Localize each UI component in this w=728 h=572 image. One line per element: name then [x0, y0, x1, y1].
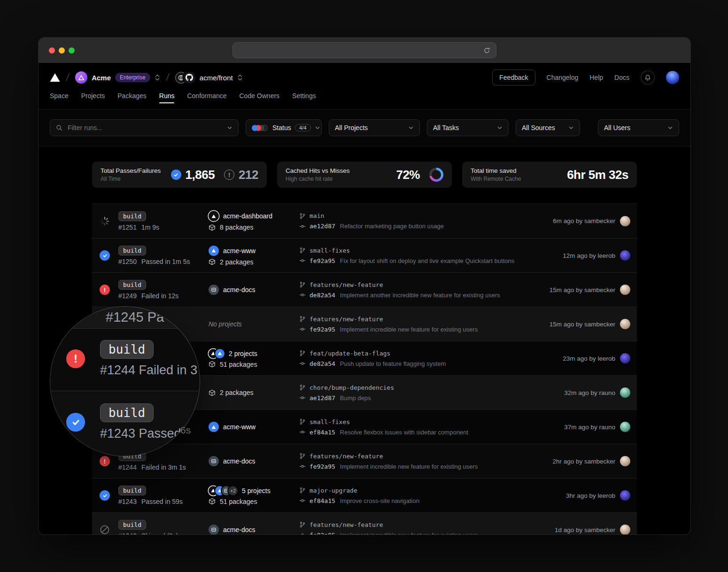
meta-cell: 2hr ago by sambecker: [552, 456, 630, 466]
traffic-lights: [49, 47, 75, 54]
run-row[interactable]: build#12511m 9sacme-dashboard8 packagesm…: [92, 204, 637, 238]
minimize-window-button[interactable]: [59, 47, 65, 54]
tab-settings[interactable]: Settings: [292, 92, 316, 105]
branch-line: small-fixes: [299, 247, 563, 254]
git-branch-icon: [299, 487, 306, 494]
tab-runs[interactable]: Runs: [159, 92, 175, 105]
git-branch-icon: [299, 316, 306, 322]
project-cell: acme-www: [209, 422, 299, 432]
close-window-button[interactable]: [49, 47, 55, 54]
address-bar[interactable]: [232, 42, 496, 58]
tab-space[interactable]: Space: [50, 92, 69, 105]
vercel-logo-icon[interactable]: [50, 73, 60, 82]
author-avatar: [620, 353, 630, 363]
filter-runs-search[interactable]: [50, 119, 239, 136]
chevron-selector-icon[interactable]: [237, 74, 243, 81]
branch-line: features/new-feature: [299, 521, 555, 528]
run-status-cell: [100, 525, 118, 534]
acme-docs-project-icon: [209, 525, 219, 534]
commit-hash: ae12d87: [310, 394, 335, 402]
git-branch-icon: [299, 213, 306, 219]
author-avatar: [620, 216, 630, 226]
project-name: acme-www: [223, 423, 256, 431]
meta-cell: 32m ago by rauno: [564, 387, 630, 398]
search-input[interactable]: [67, 124, 223, 132]
reload-icon[interactable]: [483, 47, 490, 54]
plan-badge: Enterprise: [115, 73, 150, 82]
branch-name: small-fixes: [310, 418, 350, 425]
packages-count: 2 packages: [220, 389, 254, 396]
commit-hash: fe92a95: [310, 532, 335, 535]
changelog-link[interactable]: Changelog: [547, 74, 579, 81]
zoom-window-button[interactable]: [69, 47, 75, 54]
git-cell: small-fixesfe92a95Fix for layout shift o…: [299, 247, 563, 264]
passed-check-icon: [171, 170, 181, 180]
tab-packages[interactable]: Packages: [117, 92, 146, 105]
run-meta-text: 23m ago by leerob: [563, 355, 615, 362]
passed-status-icon: [100, 490, 110, 501]
meta-cell: 3hr ago by leerob: [566, 490, 630, 501]
run-row[interactable]: !build#1249Failed in 12sacme-docsfeature…: [92, 272, 637, 307]
git-branch-icon: [299, 247, 306, 254]
branch-line: small-fixes: [299, 418, 564, 425]
project-name: acme-docs: [223, 457, 255, 465]
tab-projects[interactable]: Projects: [81, 92, 105, 105]
header-breadcrumb: / Acme Enterprise /: [50, 71, 243, 84]
chevron-selector-icon[interactable]: [155, 74, 160, 81]
failure-exclamation-icon: !: [224, 170, 234, 180]
project-line: acme-docs: [209, 285, 299, 295]
project-line: acme-www: [209, 246, 299, 256]
project-cell: acme-docs: [209, 285, 299, 295]
branch-line: features/new-feature: [299, 281, 550, 288]
extra-projects-badge: +2: [228, 486, 238, 495]
users-filter-dropdown[interactable]: All Users: [598, 119, 679, 136]
run-status-cell: [100, 216, 118, 226]
sources-filter-label: All Sources: [522, 124, 555, 131]
project-line: acme-dashboard: [209, 211, 299, 221]
commit-message: Refactor marketing page button usage: [340, 223, 444, 230]
run-row[interactable]: build#1242Skipped (0s)acme-docsfeatures/…: [92, 512, 637, 534]
sources-filter-dropdown[interactable]: All Sources: [516, 119, 580, 136]
meta-cell: 23m ago by leerob: [563, 353, 630, 363]
notifications-bell-icon[interactable]: [641, 70, 655, 85]
package-cube-icon: [209, 498, 216, 505]
project-cell: 2 packages: [209, 389, 299, 396]
branch-line: main: [299, 212, 553, 219]
org-switcher[interactable]: Acme Enterprise: [75, 71, 160, 84]
tab-conformance[interactable]: Conformance: [187, 92, 226, 105]
tasks-filter-dropdown[interactable]: All Tasks: [427, 119, 509, 136]
project-name: acme-docs: [223, 286, 255, 294]
help-link[interactable]: Help: [589, 74, 603, 81]
feedback-button[interactable]: Feedback: [492, 70, 535, 85]
stat-card-passes-failures: Total Passes/Failures All Time 1,865 !: [92, 162, 267, 188]
commit-line: ef84a15Improve cross-site navigation: [299, 497, 566, 504]
status-filter-dropdown[interactable]: Status 4/4: [246, 119, 322, 136]
commit-hash: ef84a15: [310, 429, 335, 436]
failed-status-icon: !: [100, 456, 110, 466]
run-row[interactable]: !build#1244Failed in 3m 1sacme-docsfeatu…: [92, 444, 637, 478]
failed-status-icon: !: [100, 285, 110, 295]
user-avatar[interactable]: [666, 71, 679, 84]
repo-switcher[interactable]: acme/front: [175, 72, 243, 84]
task-badge: build: [100, 340, 154, 359]
project-line: +25 projects: [209, 486, 299, 495]
branch-name: small-fixes: [310, 247, 350, 254]
run-status-cell: [100, 490, 118, 501]
docs-link[interactable]: Docs: [614, 74, 629, 81]
task-badge: build: [118, 280, 146, 290]
commit-message: Fix for layout shift on deploy and live …: [340, 257, 514, 264]
git-commit-icon: [299, 532, 306, 534]
packages-count: 51 packages: [220, 361, 257, 368]
package-cube-icon: [209, 389, 216, 396]
acme-docs-project-icon: [209, 456, 219, 466]
address-input[interactable]: [239, 46, 483, 54]
git-cell: feat/update-beta-flagsde82a54Push update…: [299, 350, 563, 367]
run-row[interactable]: build#1250Passed in 1m 5sacme-www2 packa…: [92, 238, 637, 272]
projects-filter-dropdown[interactable]: All Projects: [329, 119, 420, 136]
no-projects-label: No projects: [209, 320, 299, 328]
run-row[interactable]: build#1243Passed in 59s+25 projects51 pa…: [92, 478, 637, 512]
run-status-cell: !: [100, 456, 118, 466]
package-cube-icon: [209, 258, 216, 265]
tab-code-owners[interactable]: Code Owners: [240, 92, 280, 105]
status-count-badge: 4/4: [295, 124, 311, 131]
